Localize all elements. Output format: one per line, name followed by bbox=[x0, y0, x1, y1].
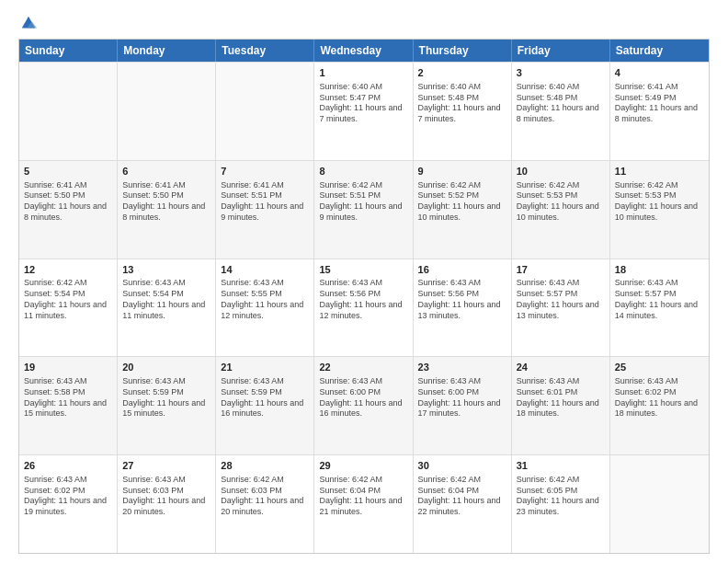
calendar-cell: 5Sunrise: 6:41 AM Sunset: 5:50 PM Daylig… bbox=[19, 161, 118, 259]
calendar-cell: 4Sunrise: 6:41 AM Sunset: 5:49 PM Daylig… bbox=[610, 63, 709, 160]
calendar-cell: 31Sunrise: 6:42 AM Sunset: 6:05 PM Dayli… bbox=[512, 455, 610, 553]
calendar-cell: 28Sunrise: 6:42 AM Sunset: 6:03 PM Dayli… bbox=[216, 455, 314, 553]
day-number: 17 bbox=[517, 263, 605, 277]
day-info: Sunrise: 6:43 AM Sunset: 5:56 PM Dayligh… bbox=[418, 278, 506, 321]
day-number: 24 bbox=[517, 361, 605, 374]
logo-icon bbox=[20, 15, 37, 31]
day-number: 27 bbox=[122, 459, 210, 473]
day-number: 3 bbox=[517, 66, 605, 80]
day-number: 26 bbox=[24, 459, 112, 473]
day-number: 16 bbox=[418, 263, 506, 277]
day-number: 8 bbox=[319, 165, 407, 178]
day-number: 11 bbox=[615, 165, 704, 178]
day-number: 28 bbox=[221, 459, 309, 473]
day-info: Sunrise: 6:43 AM Sunset: 5:57 PM Dayligh… bbox=[615, 278, 704, 321]
day-number: 9 bbox=[418, 165, 506, 178]
calendar-row: 1Sunrise: 6:40 AM Sunset: 5:47 PM Daylig… bbox=[19, 62, 709, 160]
calendar-cell: 21Sunrise: 6:43 AM Sunset: 5:59 PM Dayli… bbox=[216, 357, 314, 454]
day-info: Sunrise: 6:43 AM Sunset: 5:56 PM Dayligh… bbox=[319, 278, 407, 321]
day-info: Sunrise: 6:42 AM Sunset: 5:51 PM Dayligh… bbox=[319, 180, 407, 224]
calendar-cell: 13Sunrise: 6:43 AM Sunset: 5:54 PM Dayli… bbox=[118, 259, 216, 357]
header-day: Friday bbox=[512, 40, 610, 62]
day-info: Sunrise: 6:41 AM Sunset: 5:49 PM Dayligh… bbox=[615, 82, 704, 125]
calendar-body: 1Sunrise: 6:40 AM Sunset: 5:47 PM Daylig… bbox=[19, 62, 709, 553]
day-number: 7 bbox=[221, 165, 309, 178]
day-info: Sunrise: 6:43 AM Sunset: 5:58 PM Dayligh… bbox=[24, 376, 112, 419]
calendar-cell bbox=[610, 455, 709, 553]
calendar-cell bbox=[216, 63, 314, 160]
day-number: 10 bbox=[517, 165, 605, 178]
day-number: 2 bbox=[418, 66, 506, 80]
calendar-cell: 22Sunrise: 6:43 AM Sunset: 6:00 PM Dayli… bbox=[314, 357, 413, 454]
day-number: 18 bbox=[615, 263, 704, 277]
day-info: Sunrise: 6:42 AM Sunset: 5:52 PM Dayligh… bbox=[418, 180, 506, 224]
day-number: 29 bbox=[319, 459, 407, 473]
day-info: Sunrise: 6:40 AM Sunset: 5:48 PM Dayligh… bbox=[517, 82, 605, 125]
day-number: 14 bbox=[221, 263, 309, 277]
calendar-header: SundayMondayTuesdayWednesdayThursdayFrid… bbox=[19, 40, 709, 62]
day-number: 15 bbox=[319, 263, 407, 277]
day-number: 22 bbox=[319, 361, 407, 374]
calendar-cell bbox=[19, 63, 118, 160]
calendar-cell: 7Sunrise: 6:41 AM Sunset: 5:51 PM Daylig… bbox=[216, 161, 314, 259]
header bbox=[18, 15, 710, 31]
day-info: Sunrise: 6:42 AM Sunset: 6:05 PM Dayligh… bbox=[517, 475, 605, 518]
calendar-row: 26Sunrise: 6:43 AM Sunset: 6:02 PM Dayli… bbox=[19, 454, 709, 553]
day-info: Sunrise: 6:41 AM Sunset: 5:50 PM Dayligh… bbox=[122, 180, 210, 224]
day-info: Sunrise: 6:42 AM Sunset: 5:54 PM Dayligh… bbox=[24, 278, 112, 321]
calendar-cell: 9Sunrise: 6:42 AM Sunset: 5:52 PM Daylig… bbox=[414, 161, 512, 259]
day-info: Sunrise: 6:43 AM Sunset: 6:03 PM Dayligh… bbox=[122, 475, 210, 518]
header-day: Saturday bbox=[610, 40, 709, 62]
header-day: Thursday bbox=[414, 40, 512, 62]
day-info: Sunrise: 6:42 AM Sunset: 6:04 PM Dayligh… bbox=[418, 475, 506, 518]
calendar-cell bbox=[118, 63, 216, 160]
day-number: 30 bbox=[418, 459, 506, 473]
day-info: Sunrise: 6:40 AM Sunset: 5:47 PM Dayligh… bbox=[319, 82, 407, 125]
day-number: 13 bbox=[122, 263, 210, 277]
calendar-cell: 15Sunrise: 6:43 AM Sunset: 5:56 PM Dayli… bbox=[314, 259, 413, 357]
calendar-cell: 17Sunrise: 6:43 AM Sunset: 5:57 PM Dayli… bbox=[512, 259, 610, 357]
day-number: 5 bbox=[24, 165, 112, 178]
day-number: 4 bbox=[615, 66, 704, 80]
calendar-cell: 12Sunrise: 6:42 AM Sunset: 5:54 PM Dayli… bbox=[19, 259, 118, 357]
calendar-row: 5Sunrise: 6:41 AM Sunset: 5:50 PM Daylig… bbox=[19, 160, 709, 259]
calendar-cell: 8Sunrise: 6:42 AM Sunset: 5:51 PM Daylig… bbox=[314, 161, 413, 259]
day-info: Sunrise: 6:42 AM Sunset: 5:53 PM Dayligh… bbox=[615, 180, 704, 224]
calendar-cell: 1Sunrise: 6:40 AM Sunset: 5:47 PM Daylig… bbox=[314, 63, 413, 160]
day-number: 6 bbox=[122, 165, 210, 178]
header-day: Sunday bbox=[19, 40, 118, 62]
calendar-cell: 2Sunrise: 6:40 AM Sunset: 5:48 PM Daylig… bbox=[414, 63, 512, 160]
day-info: Sunrise: 6:41 AM Sunset: 5:51 PM Dayligh… bbox=[221, 180, 309, 224]
day-info: Sunrise: 6:43 AM Sunset: 6:02 PM Dayligh… bbox=[24, 475, 112, 518]
calendar-cell: 6Sunrise: 6:41 AM Sunset: 5:50 PM Daylig… bbox=[118, 161, 216, 259]
calendar-row: 19Sunrise: 6:43 AM Sunset: 5:58 PM Dayli… bbox=[19, 356, 709, 454]
calendar-cell: 24Sunrise: 6:43 AM Sunset: 6:01 PM Dayli… bbox=[512, 357, 610, 454]
calendar-row: 12Sunrise: 6:42 AM Sunset: 5:54 PM Dayli… bbox=[19, 259, 709, 357]
calendar-cell: 18Sunrise: 6:43 AM Sunset: 5:57 PM Dayli… bbox=[610, 259, 709, 357]
day-number: 1 bbox=[319, 66, 407, 80]
day-info: Sunrise: 6:41 AM Sunset: 5:50 PM Dayligh… bbox=[24, 180, 112, 224]
logo bbox=[18, 15, 37, 31]
calendar-cell: 23Sunrise: 6:43 AM Sunset: 6:00 PM Dayli… bbox=[414, 357, 512, 454]
calendar-cell: 26Sunrise: 6:43 AM Sunset: 6:02 PM Dayli… bbox=[19, 455, 118, 553]
calendar-cell: 20Sunrise: 6:43 AM Sunset: 5:59 PM Dayli… bbox=[118, 357, 216, 454]
day-info: Sunrise: 6:43 AM Sunset: 5:57 PM Dayligh… bbox=[517, 278, 605, 321]
header-day: Monday bbox=[118, 40, 216, 62]
day-number: 19 bbox=[24, 361, 112, 374]
calendar-cell: 30Sunrise: 6:42 AM Sunset: 6:04 PM Dayli… bbox=[414, 455, 512, 553]
day-info: Sunrise: 6:43 AM Sunset: 6:02 PM Dayligh… bbox=[615, 376, 704, 419]
day-info: Sunrise: 6:42 AM Sunset: 6:04 PM Dayligh… bbox=[319, 475, 407, 518]
calendar-cell: 27Sunrise: 6:43 AM Sunset: 6:03 PM Dayli… bbox=[118, 455, 216, 553]
day-number: 31 bbox=[517, 459, 605, 473]
day-info: Sunrise: 6:43 AM Sunset: 6:00 PM Dayligh… bbox=[319, 376, 407, 419]
day-number: 23 bbox=[418, 361, 506, 374]
page: SundayMondayTuesdayWednesdayThursdayFrid… bbox=[0, 0, 728, 563]
calendar-cell: 25Sunrise: 6:43 AM Sunset: 6:02 PM Dayli… bbox=[610, 357, 709, 454]
day-info: Sunrise: 6:42 AM Sunset: 5:53 PM Dayligh… bbox=[517, 180, 605, 224]
day-number: 20 bbox=[122, 361, 210, 374]
calendar-cell: 29Sunrise: 6:42 AM Sunset: 6:04 PM Dayli… bbox=[314, 455, 413, 553]
calendar: SundayMondayTuesdayWednesdayThursdayFrid… bbox=[18, 39, 710, 554]
day-number: 12 bbox=[24, 263, 112, 277]
day-info: Sunrise: 6:43 AM Sunset: 5:59 PM Dayligh… bbox=[122, 376, 210, 419]
day-info: Sunrise: 6:43 AM Sunset: 5:59 PM Dayligh… bbox=[221, 376, 309, 419]
